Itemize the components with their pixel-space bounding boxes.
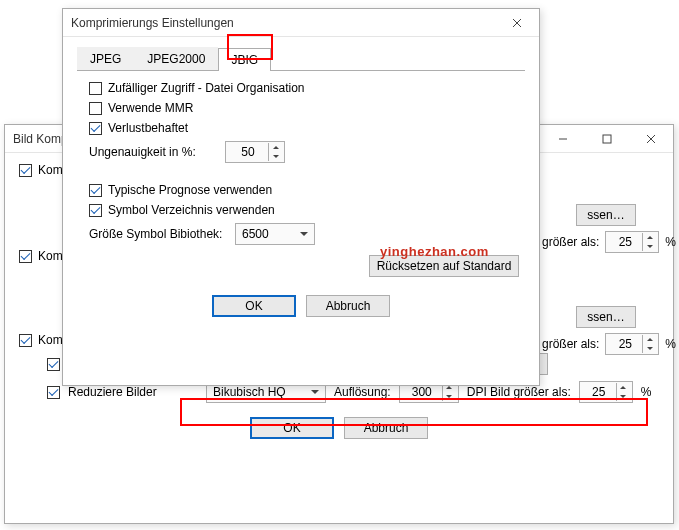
inaccuracy-label: Ungenauigkeit in %: [89, 145, 219, 159]
reduce-images-label: Reduziere Bilder [68, 385, 157, 399]
window-title: Komprimierungs Einstellungen [71, 16, 234, 30]
adjust-button-fragment: ssen… [576, 204, 636, 226]
cancel-button[interactable]: Abbruch [306, 295, 390, 317]
compression-settings-dialog: Komprimierungs Einstellungen JPEG JPEG20… [62, 8, 540, 386]
dpi-threshold-spinner[interactable]: 25 [605, 231, 659, 253]
lossy-checkbox[interactable] [89, 122, 102, 135]
spinner-value: 25 [612, 337, 638, 351]
spinner-value: 300 [406, 385, 438, 399]
lossy-label: Verlustbehaftet [108, 121, 188, 135]
symbol-size-row: Größe Symbol Bibiothek: 6500 [89, 223, 525, 245]
spinner-value: 50 [232, 145, 264, 159]
tab-jbig[interactable]: JBIG [218, 48, 271, 71]
button-label: OK [283, 421, 300, 435]
tab-bar: JPEG JPEG2000 JBIG [77, 47, 525, 71]
spinner-arrows[interactable] [642, 335, 656, 353]
tab-label: JPEG [90, 52, 121, 66]
tab-jpeg2000[interactable]: JPEG2000 [134, 47, 218, 70]
group-checkbox[interactable] [19, 164, 32, 177]
ok-button[interactable]: OK [250, 417, 334, 439]
close-button[interactable] [629, 125, 673, 153]
window-controls [541, 125, 673, 153]
dpi-threshold-spinner[interactable]: 25 [605, 333, 659, 355]
symbol-size-label: Größe Symbol Bibiothek: [89, 227, 229, 241]
dialog-content: JPEG JPEG2000 JBIG Zufälliger Zugriff - … [63, 37, 539, 329]
reduce-images-checkbox[interactable] [47, 386, 60, 399]
random-access-row: Zufälliger Zugriff - Datei Organisation [89, 81, 525, 95]
typical-prediction-checkbox[interactable] [89, 184, 102, 197]
adjust-button[interactable]: ssen… [576, 306, 636, 328]
use-mmr-checkbox[interactable] [89, 102, 102, 115]
typical-prediction-row: Typische Prognose verwenden [89, 183, 525, 197]
dpi-threshold-label: DPI Bild größer als: [467, 385, 571, 399]
watermark-text: yinghezhan.com [380, 244, 489, 259]
percent-label: % [641, 385, 652, 399]
percent-label: % [665, 235, 676, 249]
random-access-label: Zufälliger Zugriff - Datei Organisation [108, 81, 305, 95]
group-checkbox[interactable] [19, 334, 32, 347]
inaccuracy-row: Ungenauigkeit in %: 50 [89, 141, 525, 163]
ok-button[interactable]: OK [212, 295, 296, 317]
compress-images-checkbox[interactable] [47, 358, 60, 371]
button-label: ssen… [587, 208, 624, 222]
dpi-fragment-2: größer als: 25 % [542, 333, 676, 355]
select-value: Bikubisch HQ [213, 385, 286, 399]
symbol-dict-label: Symbol Verzeichnis verwenden [108, 203, 275, 217]
spinner-arrows[interactable] [268, 143, 282, 161]
dpi-threshold-label: größer als: [542, 235, 599, 249]
group-checkbox[interactable] [19, 250, 32, 263]
percent-label: % [665, 337, 676, 351]
jbig-options: Zufälliger Zugriff - Datei Organisation … [89, 81, 525, 245]
symbol-dict-checkbox[interactable] [89, 204, 102, 217]
titlebar: Komprimierungs Einstellungen [63, 9, 539, 37]
close-button[interactable] [495, 9, 539, 37]
select-value: 6500 [242, 227, 269, 241]
spinner-arrows[interactable] [642, 233, 656, 251]
dialog-button-row: OK Abbruch [77, 295, 525, 317]
spinner-value: 25 [586, 385, 612, 399]
dpi-threshold-label: größer als: [542, 337, 599, 351]
spinner-value: 25 [612, 235, 638, 249]
cancel-button[interactable]: Abbruch [344, 417, 428, 439]
button-label: OK [245, 299, 262, 313]
symbol-dict-row: Symbol Verzeichnis verwenden [89, 203, 525, 217]
dpi-threshold-spinner[interactable]: 25 [579, 381, 633, 403]
minimize-button[interactable] [541, 125, 585, 153]
spinner-arrows[interactable] [616, 383, 630, 401]
dpi-fragment-1: größer als: 25 % [542, 231, 676, 253]
symbol-size-select[interactable]: 6500 [235, 223, 315, 245]
maximize-button[interactable] [585, 125, 629, 153]
button-label: ssen… [587, 310, 624, 324]
button-label: Abbruch [326, 299, 371, 313]
chevron-down-icon [300, 232, 308, 236]
adjust-button-fragment: ssen… [576, 306, 636, 328]
resolution-label: Auflösung: [334, 385, 391, 399]
use-mmr-row: Verwende MMR [89, 101, 525, 115]
window-controls [495, 9, 539, 37]
typical-prediction-label: Typische Prognose verwenden [108, 183, 272, 197]
tab-label: JBIG [231, 53, 258, 67]
svg-rect-1 [603, 135, 611, 143]
tab-jpeg[interactable]: JPEG [77, 47, 134, 70]
button-label: Rücksetzen auf Standard [377, 259, 512, 273]
inaccuracy-spinner[interactable]: 50 [225, 141, 285, 163]
adjust-button[interactable]: ssen… [576, 204, 636, 226]
use-mmr-label: Verwende MMR [108, 101, 193, 115]
tab-label: JPEG2000 [147, 52, 205, 66]
button-label: Abbruch [364, 421, 409, 435]
dialog-button-row: OK Abbruch [19, 417, 659, 439]
chevron-down-icon [311, 390, 319, 394]
random-access-checkbox[interactable] [89, 82, 102, 95]
lossy-row: Verlustbehaftet [89, 121, 525, 135]
